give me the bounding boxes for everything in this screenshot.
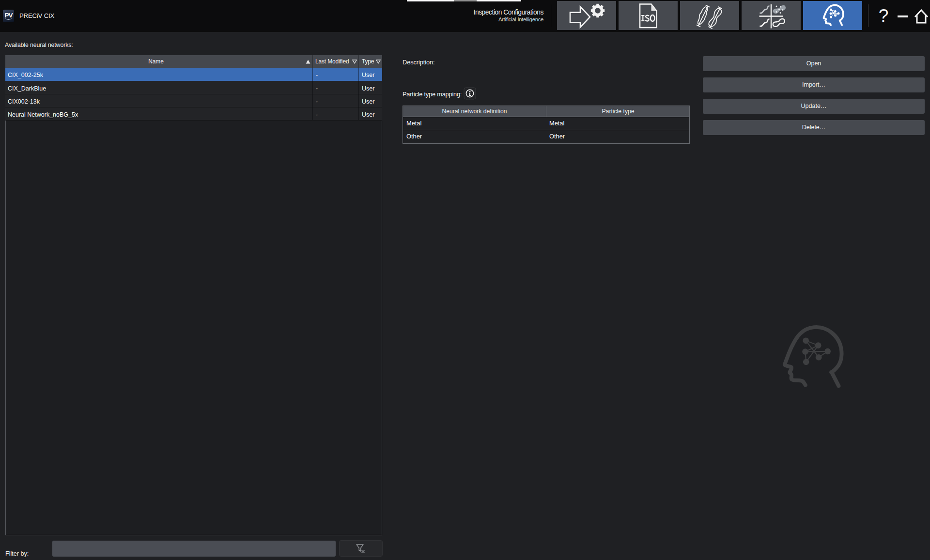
svg-text:PV: PV bbox=[4, 12, 13, 19]
